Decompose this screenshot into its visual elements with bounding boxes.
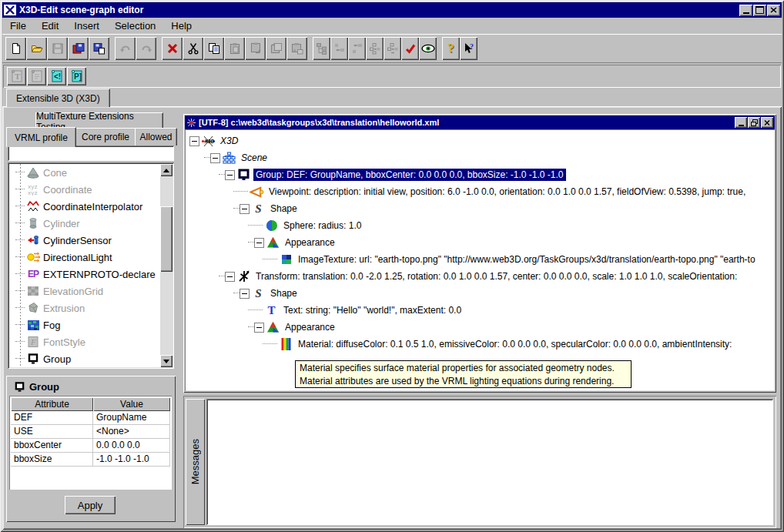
tree-row-text[interactable]: T Text: string: "Hello" "world!", maxExt… (186, 302, 773, 319)
tree-row-sphere[interactable]: Sphere: radius: 1.0 (186, 217, 773, 234)
messages-output[interactable] (206, 399, 773, 525)
list-item-cone[interactable]: Cone (9, 164, 173, 181)
menu-help[interactable]: Help (163, 18, 199, 33)
tree-row-material[interactable]: Material: diffuseColor: 0.1 0.5 1.0, emi… (186, 336, 773, 353)
promote-node-button[interactable] (348, 37, 366, 60)
menu-file[interactable]: File (2, 18, 34, 33)
collapse-toggle[interactable] (189, 136, 199, 146)
maximize-button[interactable] (753, 5, 766, 16)
list-item-cylinder-sensor[interactable]: CylinderSensor (9, 232, 173, 249)
svg-text:F: F (30, 337, 36, 346)
tab-allowed[interactable]: Allowed (135, 128, 177, 146)
toolbar: ? ? (2, 34, 782, 63)
undo-button[interactable] (115, 37, 136, 60)
tree-row-group[interactable]: Group: DEF: GroupName, bboxCenter: 0.0 0… (186, 166, 773, 183)
tree-structure-button[interactable] (313, 37, 330, 60)
scroll-thumb[interactable] (160, 206, 173, 272)
new-document-button[interactable] (5, 37, 26, 60)
tree-row-x3d[interactable]: X3D X3D (186, 132, 773, 149)
list-item-extrusion[interactable]: Extrusion (9, 299, 173, 316)
close-button[interactable] (767, 5, 780, 16)
paste-copy-button[interactable] (266, 37, 286, 60)
column-value[interactable]: Value (93, 397, 170, 411)
cdata-section-button[interactable] (27, 67, 46, 85)
svg-text:X3D: X3D (204, 139, 215, 144)
scroll-up-button[interactable] (160, 164, 173, 176)
editor-close-button[interactable] (761, 117, 773, 128)
list-item-cylinder[interactable]: Cylinder (9, 215, 173, 232)
list-item-fontstyle[interactable]: F FontStyle (9, 333, 173, 350)
list-item-coordinate[interactable]: xyzxyz Coordinate (9, 181, 173, 198)
save-button[interactable] (47, 37, 68, 60)
scene-graph-view: X3D X3D Scene Group: DEF: GroupName, b (185, 129, 775, 391)
paste-child-button[interactable] (245, 37, 266, 60)
comment-button[interactable]: <! (47, 67, 66, 85)
list-item-externproto[interactable]: EP EXTERNPROTO-declare (9, 266, 173, 283)
copy-button[interactable] (203, 37, 224, 60)
table-row-bboxcenter[interactable]: bboxCenter 0.0 0.0 0.0 (11, 439, 170, 453)
collapse-toggle[interactable] (254, 238, 264, 248)
table-row-bboxsize[interactable]: bboxSize -1.0 -1.0 -1.0 (11, 453, 170, 467)
preview-button[interactable] (419, 37, 437, 60)
merge-node-button[interactable] (366, 37, 384, 60)
tab-extensible-3d[interactable]: Extensible 3D (X3D) (6, 89, 110, 107)
node-list-scrollbar[interactable] (160, 164, 173, 367)
editor-minimize-button[interactable] (735, 117, 747, 128)
menu-insert[interactable]: Insert (66, 18, 107, 33)
validate-button[interactable] (401, 37, 419, 60)
tab-vrml-profile[interactable]: VRML profile (6, 127, 76, 147)
collapse-toggle[interactable] (225, 272, 235, 282)
processing-instruction-button[interactable]: P] (67, 67, 86, 85)
table-row-def[interactable]: DEF GroupName (11, 411, 170, 425)
tree-row-scene[interactable]: Scene (186, 149, 773, 166)
column-attribute[interactable]: Attribute (11, 397, 93, 411)
attribute-panel-title: Group (29, 381, 59, 393)
tree-row-viewpoint[interactable]: Viewpoint: description: initial view, po… (186, 183, 773, 200)
text-node-button[interactable]: T (7, 67, 26, 85)
group-node-icon (236, 169, 251, 181)
tree-row-imagetexture[interactable]: ImageTexture: url: "earth-topo.png" "htt… (186, 251, 773, 268)
collapse-toggle[interactable] (240, 204, 250, 214)
menu-edit[interactable]: Edit (34, 18, 66, 33)
coordinate-icon: xyzxyz (26, 183, 40, 196)
collapse-toggle[interactable] (240, 289, 250, 299)
cut-button[interactable] (183, 37, 203, 60)
tree-row-shape[interactable]: S Shape (186, 200, 773, 217)
menu-selection[interactable]: Selection (107, 18, 163, 33)
save-copy-button[interactable] (89, 37, 109, 60)
list-item-elevation-grid[interactable]: ElevationGrid (9, 283, 173, 299)
tree-row-shape2[interactable]: S Shape (186, 285, 773, 302)
editor-restore-button[interactable] (748, 117, 760, 128)
table-row-use[interactable]: USE <None> (11, 425, 170, 439)
open-file-button[interactable] (26, 37, 47, 60)
tree-row-transform[interactable]: Transform: translation: 0.0 -2.0 1.25, r… (186, 268, 773, 285)
paste-button[interactable] (224, 37, 245, 60)
move-node-left-button[interactable] (330, 37, 348, 60)
list-item-group[interactable]: Group (9, 350, 173, 367)
svg-text:P]: P] (74, 72, 82, 81)
collapse-toggle[interactable] (210, 153, 220, 163)
paste-special-button[interactable] (286, 37, 307, 60)
app-icon (4, 5, 16, 15)
tree-row-appearance2[interactable]: Appearance (186, 319, 773, 336)
tab-messages[interactable]: Messages (186, 399, 205, 525)
save-all-button[interactable] (68, 37, 89, 60)
list-item-coordinate-interpolator[interactable]: CoordinateInterpolator (9, 198, 173, 215)
redo-button[interactable] (136, 37, 156, 60)
selected-node-label[interactable]: Group: DEF: GroupName, bboxCenter: 0.0 0… (253, 169, 566, 181)
collapse-toggle[interactable] (254, 323, 264, 333)
list-item-directional-light[interactable]: DirectionalLight (9, 249, 173, 266)
tree-row-appearance[interactable]: Appearance (186, 234, 773, 251)
apply-button[interactable]: Apply (65, 496, 116, 514)
delete-button[interactable] (162, 37, 183, 60)
merge-node-list-button[interactable] (384, 37, 401, 60)
minimize-button[interactable] (739, 5, 752, 16)
context-help-button[interactable]: ? (460, 37, 477, 60)
scroll-down-button[interactable] (160, 355, 173, 367)
node-filter-input[interactable] (8, 146, 174, 161)
collapse-toggle[interactable] (225, 170, 235, 180)
attribute-table: Attribute Value DEF GroupName USE <None>… (9, 396, 172, 490)
tab-core-profile[interactable]: Core profile (75, 128, 136, 146)
help-button[interactable]: ? (442, 37, 460, 60)
list-item-fog[interactable]: Fog (9, 316, 173, 333)
